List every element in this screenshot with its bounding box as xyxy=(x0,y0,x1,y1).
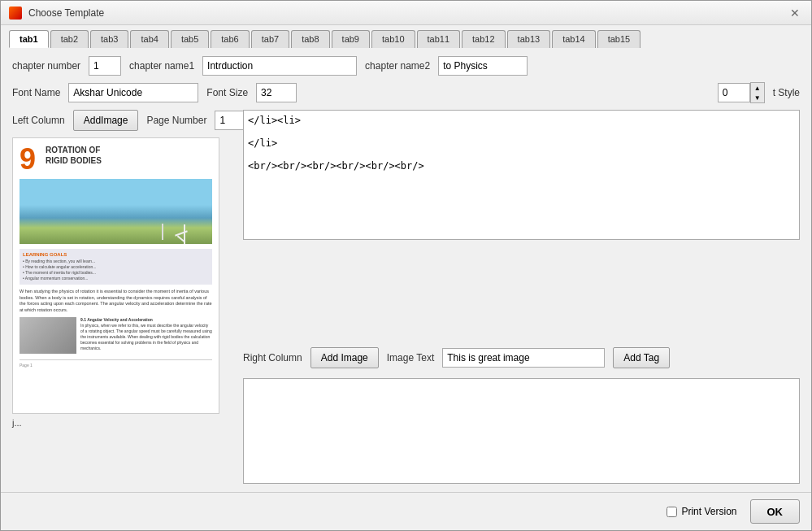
main-window: Choose Template ✕ tab1 tab2 tab3 tab4 ta… xyxy=(0,0,812,531)
style-spinner-container: ▲ ▼ xyxy=(718,82,765,103)
app-icon xyxy=(9,7,22,20)
tab-tab15[interactable]: tab15 xyxy=(597,30,641,48)
left-column-textarea[interactable] xyxy=(243,110,800,240)
tab-tab8[interactable]: tab8 xyxy=(291,30,329,48)
left-textarea-wrapper xyxy=(243,110,800,341)
tab-tab5[interactable]: tab5 xyxy=(171,30,209,48)
preview-chapter-num: 9 xyxy=(20,145,36,174)
style-spinner-down[interactable]: ▼ xyxy=(751,93,764,102)
font-row: Font Name Font Size ▲ ▼ t Style xyxy=(12,82,800,103)
tab-tab14[interactable]: tab14 xyxy=(552,30,596,48)
tab-tab10[interactable]: tab10 xyxy=(371,30,415,48)
chapter-name1-input[interactable] xyxy=(202,56,357,76)
right-panel: Right Column Add Image Image Text Add Ta… xyxy=(243,110,800,484)
print-version-text: Print Version xyxy=(681,506,736,517)
image-text-label: Image Text xyxy=(387,352,434,363)
tabs-row: tab1 tab2 tab3 tab4 tab5 tab6 tab7 tab8 … xyxy=(1,25,811,48)
font-size-label: Font Size xyxy=(206,87,248,98)
chapter-number-label: chapter number xyxy=(12,60,80,72)
chapter-name2-label: chapter name2 xyxy=(365,60,430,72)
window-title: Choose Template xyxy=(28,7,104,19)
tab-tab4[interactable]: tab4 xyxy=(130,30,168,48)
tab-tab11[interactable]: tab11 xyxy=(417,30,461,48)
font-size-input[interactable] xyxy=(256,83,297,102)
tab-tab1[interactable]: tab1 xyxy=(9,30,49,48)
preview-image-top xyxy=(20,179,212,244)
add-image-button[interactable]: AddImage xyxy=(73,110,139,131)
preview-image-bottom xyxy=(20,317,76,354)
left-panel: Left Column AddImage Page Number Add Tag… xyxy=(12,110,232,484)
print-version-checkbox[interactable] xyxy=(667,507,677,517)
image-text-input[interactable] xyxy=(442,348,605,368)
chapter-row: chapter number chapter name1 chapter nam… xyxy=(12,56,800,76)
content-area: Left Column AddImage Page Number Add Tag… xyxy=(12,110,800,484)
right-column-row: Right Column Add Image Image Text Add Ta… xyxy=(243,347,800,368)
tab-tab12[interactable]: tab12 xyxy=(462,30,506,48)
font-name-label: Font Name xyxy=(12,87,60,98)
style-label: t Style xyxy=(773,87,800,98)
tab-tab2[interactable]: tab2 xyxy=(50,30,89,48)
preview-footer: Page 1 xyxy=(20,359,212,368)
preview-body-text: W hen studying the physics of rotation i… xyxy=(20,289,212,314)
chapter-name2-input[interactable] xyxy=(438,56,528,76)
preview-goals: LEARNING GOALS • By reading this section… xyxy=(20,249,212,285)
left-column-label: Left Column xyxy=(12,115,65,126)
bottom-bar: Print Version OK xyxy=(1,492,811,530)
add-tag2-button[interactable]: Add Tag xyxy=(613,347,670,368)
close-button[interactable]: ✕ xyxy=(787,7,803,20)
ok-button[interactable]: OK xyxy=(750,499,801,524)
tab-tab9[interactable]: tab9 xyxy=(332,30,370,48)
tab-tab3[interactable]: tab3 xyxy=(90,30,128,48)
tab-tab7[interactable]: tab7 xyxy=(251,30,289,48)
chapter-number-input[interactable] xyxy=(89,56,121,76)
style-spinner-input[interactable] xyxy=(718,83,750,102)
title-bar-left: Choose Template xyxy=(9,7,104,20)
page-preview: 9 ROTATION OFRIGID BODIES xyxy=(12,137,219,414)
right-column-textarea[interactable] xyxy=(243,378,800,484)
title-bar: Choose Template ✕ xyxy=(1,1,811,25)
print-version-label[interactable]: Print Version xyxy=(667,506,736,517)
tab-tab6[interactable]: tab6 xyxy=(211,30,249,48)
right-column-label: Right Column xyxy=(243,352,302,363)
style-spinner-buttons: ▲ ▼ xyxy=(750,82,765,103)
preview-chapter-title: ROTATION OFRIGID BODIES xyxy=(46,145,102,166)
add-image2-button[interactable]: Add Image xyxy=(310,347,379,368)
page-number-label: Page Number xyxy=(146,115,206,126)
chapter-name1-label: chapter name1 xyxy=(129,60,194,72)
left-column-row: Left Column AddImage Page Number Add Tag xyxy=(12,110,232,131)
j-label: j... xyxy=(12,418,22,428)
style-spinner-up[interactable]: ▲ xyxy=(751,83,764,93)
font-name-input[interactable] xyxy=(68,83,198,102)
tab-tab13[interactable]: tab13 xyxy=(507,30,551,48)
main-content: chapter number chapter name1 chapter nam… xyxy=(1,48,811,492)
